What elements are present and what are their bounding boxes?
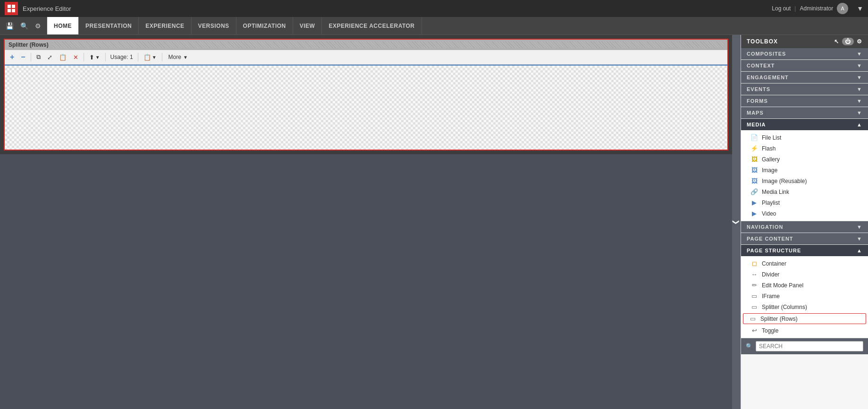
forms-header[interactable]: FORMS ▼: [741, 95, 868, 107]
search-input[interactable]: [756, 341, 863, 351]
more-button[interactable]: More ▼: [165, 52, 191, 62]
svg-rect-3: [12, 9, 15, 12]
container-label: Container: [762, 260, 786, 267]
sidebar-toggle-button[interactable]: ❯: [732, 35, 741, 409]
copy2-button[interactable]: 📋 ▼: [141, 52, 159, 62]
composites-chevron: ▼: [857, 51, 862, 57]
splitter-rows-component: Splitter (Rows) + − ⧉ ⤢ 📋 ✕ ⬆ ▼ Usage: 1: [4, 39, 728, 150]
section-context: CONTEXT ▼: [741, 60, 868, 72]
tab-presentation[interactable]: PRESENTATION: [79, 17, 139, 34]
move-dropdown-button[interactable]: ⬆ ▼: [87, 52, 102, 62]
item-image[interactable]: 🖼 Image: [741, 165, 868, 175]
maps-label: MAPS: [747, 110, 764, 116]
maps-chevron: ▼: [857, 110, 862, 116]
logout-link[interactable]: Log out: [772, 5, 791, 12]
copy-button[interactable]: ⧉: [34, 52, 43, 62]
search-icon: 🔍: [746, 343, 753, 350]
events-label: EVENTS: [747, 86, 770, 92]
item-splitter-rows[interactable]: ▭ Splitter (Rows): [743, 313, 866, 324]
item-gallery[interactable]: 🖼 Gallery: [741, 154, 868, 165]
top-bar-right: Log out | Administrator A ▼: [772, 3, 863, 14]
content-area: Splitter (Rows) + − ⧉ ⤢ 📋 ✕ ⬆ ▼ Usage: 1: [0, 35, 732, 409]
item-playlist[interactable]: ▶ Playlist: [741, 197, 868, 208]
item-container[interactable]: ◻ Container: [741, 258, 868, 269]
splitter-columns-label: Splitter (Columns): [762, 304, 807, 310]
page-structure-chevron: ▲: [857, 248, 862, 253]
tab-experience-accelerator[interactable]: EXPERIENCE ACCELERATOR: [322, 17, 421, 34]
nav-bar: 💾 🔍 ⚙ HOME PRESENTATION EXPERIENCE VERSI…: [0, 17, 868, 35]
paste-button[interactable]: 📋: [57, 52, 69, 62]
gallery-icon: 🖼: [750, 156, 758, 163]
svg-rect-0: [8, 5, 11, 8]
more-label: More: [169, 54, 181, 60]
context-header[interactable]: CONTEXT ▼: [741, 60, 868, 71]
tab-view[interactable]: VIEW: [293, 17, 322, 34]
tab-versions[interactable]: VERSIONS: [192, 17, 236, 34]
move-icon: ⬆: [89, 54, 94, 61]
item-toggle[interactable]: ↩ Toggle: [741, 325, 868, 336]
item-edit-mode-panel[interactable]: ✏ Edit Mode Panel: [741, 280, 868, 291]
tab-optimization[interactable]: OPTIMIZATION: [236, 17, 293, 34]
settings-icon-button[interactable]: ⚙: [32, 20, 44, 32]
item-file-list[interactable]: 📄 File List: [741, 132, 868, 143]
item-divider[interactable]: ↔ Divider: [741, 269, 868, 280]
composites-header[interactable]: COMPOSITES ▼: [741, 48, 868, 59]
item-flash[interactable]: ⚡ Flash: [741, 143, 868, 154]
flash-icon: ⚡: [750, 145, 758, 152]
media-link-label: Media Link: [762, 189, 789, 195]
image-icon: 🖼: [750, 167, 758, 174]
events-chevron: ▼: [857, 86, 862, 92]
section-forms: FORMS ▼: [741, 95, 868, 107]
item-splitter-columns[interactable]: ▭ Splitter (Columns): [741, 301, 868, 312]
toolbox-header: TOOLBOX ↖ ⏻ ⚙: [741, 35, 868, 48]
maps-header[interactable]: MAPS ▼: [741, 107, 868, 118]
divider-icon: ↔: [750, 271, 758, 278]
tab-home[interactable]: HOME: [47, 17, 79, 34]
move-button[interactable]: ⤢: [45, 52, 55, 62]
navigation-header[interactable]: NAVIGATION ▼: [741, 221, 868, 233]
item-image-reusable[interactable]: 🖼 Image (Reusable): [741, 175, 868, 186]
save-icon-button[interactable]: 💾: [3, 20, 17, 32]
dropdown-arrow: ▼: [95, 55, 100, 60]
settings-icon[interactable]: ⚙: [857, 38, 862, 45]
delete-button[interactable]: ✕: [71, 52, 81, 62]
toolbox-title: TOOLBOX: [747, 38, 778, 45]
main-layout: Splitter (Rows) + − ⧉ ⤢ 📋 ✕ ⬆ ▼ Usage: 1: [0, 35, 868, 409]
page-content-header[interactable]: PAGE CONTENT ▼: [741, 233, 868, 244]
remove-row-button[interactable]: −: [18, 51, 27, 63]
edit-mode-panel-label: Edit Mode Panel: [762, 282, 803, 289]
splitter-rows-label: Splitter (Rows): [760, 316, 798, 322]
collapse-ribbon-button[interactable]: ▼: [857, 5, 863, 12]
toggle-icon[interactable]: ⏻: [842, 38, 854, 45]
item-video[interactable]: ▶ Video: [741, 208, 868, 219]
search-icon-button[interactable]: 🔍: [17, 20, 31, 32]
item-iframe[interactable]: ▭ IFrame: [741, 291, 868, 301]
media-header[interactable]: MEDIA ▲: [741, 119, 868, 130]
edit-mode-panel-icon: ✏: [750, 282, 758, 289]
navigation-label: NAVIGATION: [747, 224, 783, 230]
engagement-header[interactable]: ENGAGEMENT ▼: [741, 72, 868, 83]
section-page-structure: PAGE STRUCTURE ▲ ◻ Container ↔ Divider ✏…: [741, 245, 868, 338]
add-row-button[interactable]: +: [8, 51, 17, 63]
page-structure-header[interactable]: PAGE STRUCTURE ▲: [741, 245, 868, 256]
splitter-header: Splitter (Rows): [5, 40, 727, 50]
user-name: Administrator: [800, 5, 833, 12]
file-list-icon: 📄: [750, 134, 758, 141]
copy2-dropdown: ▼: [152, 55, 157, 60]
tab-experience[interactable]: EXPERIENCE: [139, 17, 191, 34]
splitter-title: Splitter (Rows): [8, 42, 49, 48]
usage-label: Usage: 1: [110, 54, 133, 60]
section-composites: COMPOSITES ▼: [741, 48, 868, 60]
item-media-link[interactable]: 🔗 Media Link: [741, 186, 868, 197]
splitter-content-area: [5, 65, 727, 150]
sitecore-logo: [5, 2, 18, 15]
image-reusable-label: Image (Reusable): [762, 178, 807, 184]
forms-chevron: ▼: [857, 98, 862, 104]
engagement-chevron: ▼: [857, 75, 862, 80]
divider-label: Divider: [762, 271, 779, 278]
section-page-content: PAGE CONTENT ▼: [741, 233, 868, 245]
toggle-label: Toggle: [762, 327, 778, 334]
media-label: MEDIA: [747, 122, 766, 127]
user-avatar: A: [837, 3, 848, 14]
events-header[interactable]: EVENTS ▼: [741, 83, 868, 95]
